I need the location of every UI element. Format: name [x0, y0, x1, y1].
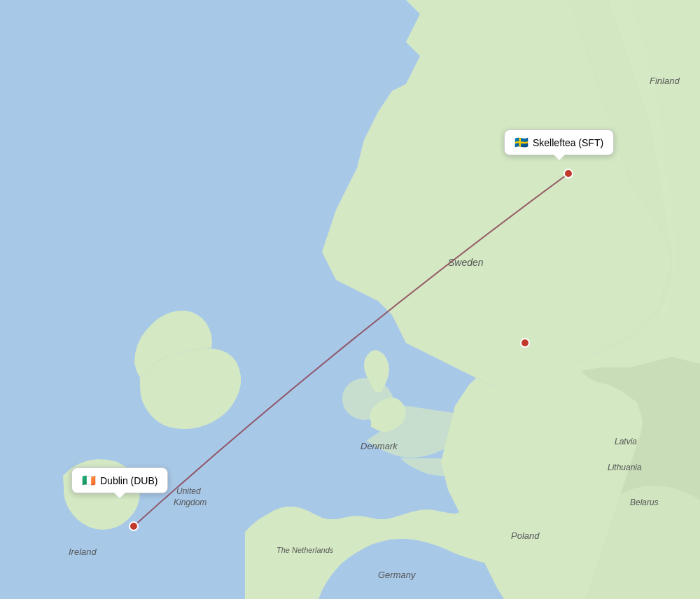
skelleftea-label: Skelleftea (SFT): [533, 137, 603, 148]
svg-point-2: [130, 522, 138, 530]
uk-label: United: [176, 486, 201, 496]
uk-label2: Kingdom: [174, 498, 206, 507]
map-svg: Sweden Finland Latvia Lithuania Belarus …: [0, 0, 700, 599]
latvia-label: Latvia: [615, 437, 637, 446]
finland-label: Finland: [650, 76, 680, 86]
lithuania-label: Lithuania: [608, 463, 642, 472]
sweden-flag: 🇸🇪: [514, 136, 528, 149]
belarus-label: Belarus: [630, 498, 659, 507]
skelleftea-tooltip: 🇸🇪 Skelleftea (SFT): [504, 129, 614, 155]
netherlands-label: The Netherlands: [276, 546, 334, 554]
sweden-label: Sweden: [448, 257, 484, 268]
denmark-label: Denmark: [360, 441, 398, 451]
germany-label: Germany: [378, 570, 416, 580]
svg-point-3: [564, 169, 573, 178]
dublin-tooltip: 🇮🇪 Dublin (DUB): [71, 467, 168, 493]
svg-point-1: [521, 339, 529, 347]
dublin-label: Dublin (DUB): [100, 475, 158, 486]
map-container: Sweden Finland Latvia Lithuania Belarus …: [0, 0, 700, 599]
ireland-label: Ireland: [69, 547, 97, 557]
poland-label: Poland: [511, 530, 540, 541]
ireland-flag: 🇮🇪: [82, 474, 96, 487]
